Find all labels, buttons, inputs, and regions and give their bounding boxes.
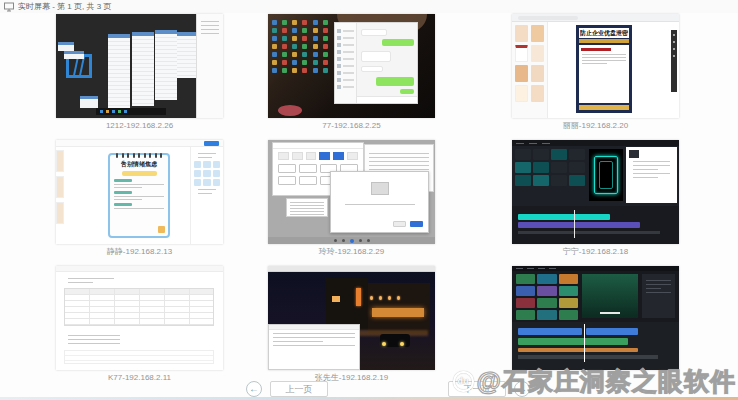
export-panel [626,147,677,203]
next-page-group: 下一页 → [448,381,530,397]
chat-bubble [361,51,391,62]
monitoring-app-window: 实时屏幕 - 第 1 页, 共 3 页 1212-192.168.2.26 [0,0,738,400]
timeline [512,322,679,370]
mini-window [64,51,84,59]
poster-title: 防止企业优盘泄密 [579,28,629,38]
screen-cell-5: 玲玲-192.168.2.29 [268,140,435,257]
note-section [114,191,164,200]
primary-button [204,141,219,146]
screen-caption: 1212-192.168.2.26 [56,121,223,131]
lit-shopfront [372,308,424,317]
video-preview [589,149,623,201]
note-section [114,203,164,209]
page-title: 实时屏幕 - 第 1 页, 共 3 页 [18,1,111,12]
timeline-clip [586,328,638,335]
media-grid [516,274,578,318]
security-poster: 防止企业优盘泄密 [576,25,632,113]
template-strip [56,150,64,230]
playhead [584,324,585,362]
desk-object [278,105,302,116]
neon-frame [594,156,618,194]
screen-thumbnail-1[interactable] [56,14,223,118]
next-page-arrow[interactable]: → [514,381,530,397]
image-placeholder [371,182,389,195]
document-window [155,30,177,100]
confirm-button [410,221,423,227]
chat-bubble [382,39,414,46]
screen-cell-7: K77-192.168.2.11 [56,266,223,383]
timeline [512,206,679,244]
screen-caption: 宁宁-192.168.2.18 [512,247,679,257]
chat-bubble [361,29,387,36]
document-window [177,32,197,78]
building-silhouette [326,278,368,330]
timeline-track [518,355,658,359]
prev-page-button[interactable]: 上一页 [270,381,328,397]
heading-lines [68,275,114,286]
timeline-clip [518,222,640,228]
secondary-table [64,350,214,364]
screen-thumbnail-7[interactable] [56,266,223,370]
chat-window [334,22,418,104]
spiral-binding [116,153,162,158]
prev-page-group: ← 上一页 [246,381,328,397]
headlight [382,342,386,346]
timeline-clip [518,338,628,345]
screen-cell-8: 张先生-192.168.2.19 [268,266,435,383]
menu-bar [512,140,679,146]
screen-thumbnail-9[interactable] [512,266,679,370]
poster-footer [579,105,629,110]
document-window [132,32,154,106]
contact-list [335,23,357,103]
mini-dialog [80,96,98,108]
screen-thumbnail-6[interactable] [512,140,679,244]
poster-body [579,45,629,103]
data-table [64,288,214,326]
screen-cell-2: 77-192.168.2.25 [268,14,435,131]
screen-cell-3: 防止企业优盘泄密 丽丽-192.168.2.20 [512,14,679,131]
screen-icon [4,2,14,12]
screen-cell-6: 宁宁-192.168.2.18 [512,140,679,257]
body-lines [64,332,124,347]
lantern-row [370,296,400,300]
red-heading [581,48,611,51]
screen-cell-9 [512,266,679,383]
chat-bubble [400,89,414,94]
document-window [108,34,130,112]
dialog-window [330,171,429,233]
media-grid [515,149,585,201]
settings-panel [642,274,675,318]
screen-caption: 77-192.168.2.25 [268,121,435,131]
overlay-window [268,324,360,370]
right-toolbar [671,30,677,92]
screen-thumbnail-8[interactable] [268,266,435,370]
video-preview [582,274,638,318]
lit-window [332,296,340,302]
side-panel [196,14,223,118]
screen-thumbnail-5[interactable] [268,140,435,244]
chat-bubble [361,66,383,72]
screen-thumbnail-3[interactable]: 防止企业优盘泄密 [512,14,679,118]
taskbar [268,237,435,244]
browser-toolbar [512,14,679,22]
prev-page-arrow[interactable]: ← [246,381,262,397]
screen-caption: 丽丽-192.168.2.20 [512,121,679,131]
timeline-clip [518,348,638,352]
screen-thumbnail-4[interactable]: 告别情绪焦虑 [56,140,223,244]
window-titlebar [268,266,435,272]
desktop-icon-grid [272,20,330,94]
timeline-track [518,231,660,234]
next-page-button[interactable]: 下一页 [448,381,506,397]
screen-caption: 玲玲-192.168.2.29 [268,247,435,257]
editor-toolbar [56,140,223,147]
title-bar: 实时屏幕 - 第 1 页, 共 3 页 [0,0,738,13]
note-section [114,179,164,188]
headlight [400,342,404,346]
cancel-button [393,221,406,227]
gold-bar [579,39,629,43]
taskbar [96,108,166,115]
screen-thumbnail-2[interactable] [268,14,435,118]
menu-bar [512,266,679,271]
template-sidebar [512,22,548,118]
screen-caption: K77-192.168.2.11 [56,373,223,383]
